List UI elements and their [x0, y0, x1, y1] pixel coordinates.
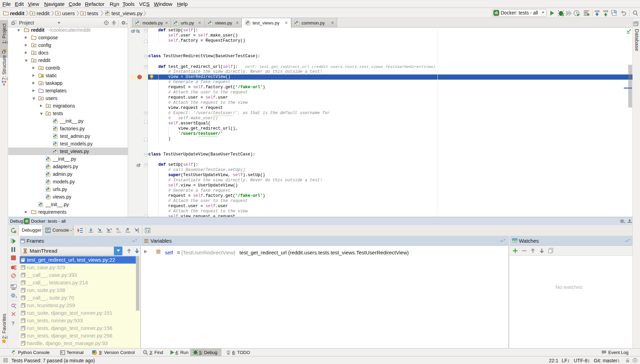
- svg-text:VCS: VCS: [603, 10, 608, 12]
- svg-text:VCS: VCS: [594, 10, 600, 12]
